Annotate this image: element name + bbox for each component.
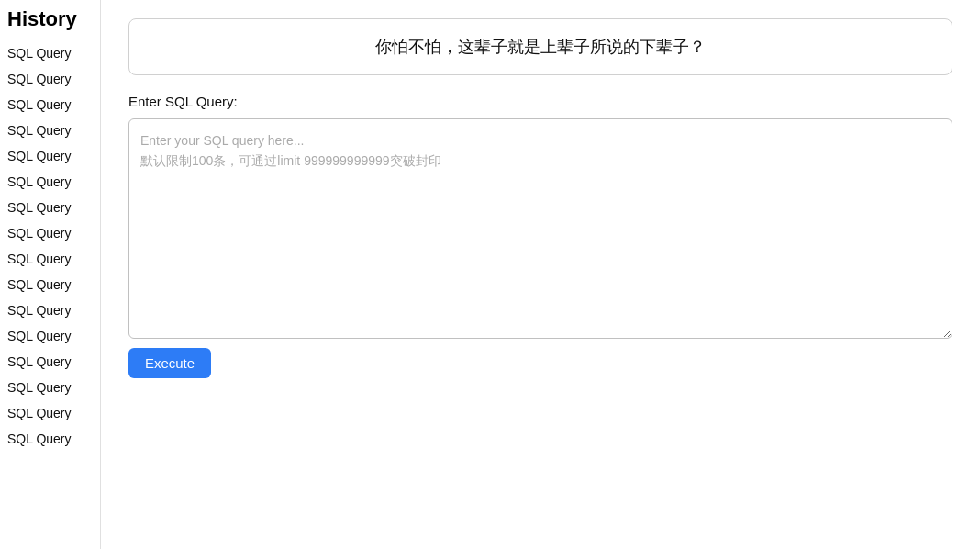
question-box: 你怕不怕，这辈子就是上辈子所说的下辈子？ — [128, 18, 952, 75]
sidebar-item-12[interactable]: SQL Query — [0, 349, 100, 375]
sql-label: Enter SQL Query: — [128, 94, 952, 109]
sidebar-item-3[interactable]: SQL Query — [0, 118, 100, 143]
sidebar-item-10[interactable]: SQL Query — [0, 297, 100, 323]
execute-button[interactable]: Execute — [128, 348, 211, 378]
sidebar-item-1[interactable]: SQL Query — [0, 66, 100, 92]
sidebar-item-7[interactable]: SQL Query — [0, 220, 100, 246]
sidebar-item-14[interactable]: SQL Query — [0, 400, 100, 426]
sidebar-item-13[interactable]: SQL Query — [0, 375, 100, 400]
sidebar-item-6[interactable]: SQL Query — [0, 195, 100, 220]
main-content: 你怕不怕，这辈子就是上辈子所说的下辈子？ Enter SQL Query: Ex… — [101, 0, 980, 549]
sql-section: Enter SQL Query: Execute — [128, 94, 952, 378]
sidebar-item-11[interactable]: SQL Query — [0, 323, 100, 349]
sidebar-item-4[interactable]: SQL Query — [0, 143, 100, 169]
sidebar-item-8[interactable]: SQL Query — [0, 246, 100, 272]
sidebar-item-0[interactable]: SQL Query — [0, 40, 100, 66]
sql-textarea[interactable] — [128, 118, 952, 339]
question-text: 你怕不怕，这辈子就是上辈子所说的下辈子？ — [375, 38, 706, 56]
sidebar-item-2[interactable]: SQL Query — [0, 92, 100, 118]
sidebar-item-5[interactable]: SQL Query — [0, 169, 100, 195]
sidebar-item-9[interactable]: SQL Query — [0, 272, 100, 297]
sidebar: History SQL QuerySQL QuerySQL QuerySQL Q… — [0, 0, 101, 549]
sidebar-item-15[interactable]: SQL Query — [0, 426, 100, 452]
sidebar-title: History — [0, 0, 100, 40]
